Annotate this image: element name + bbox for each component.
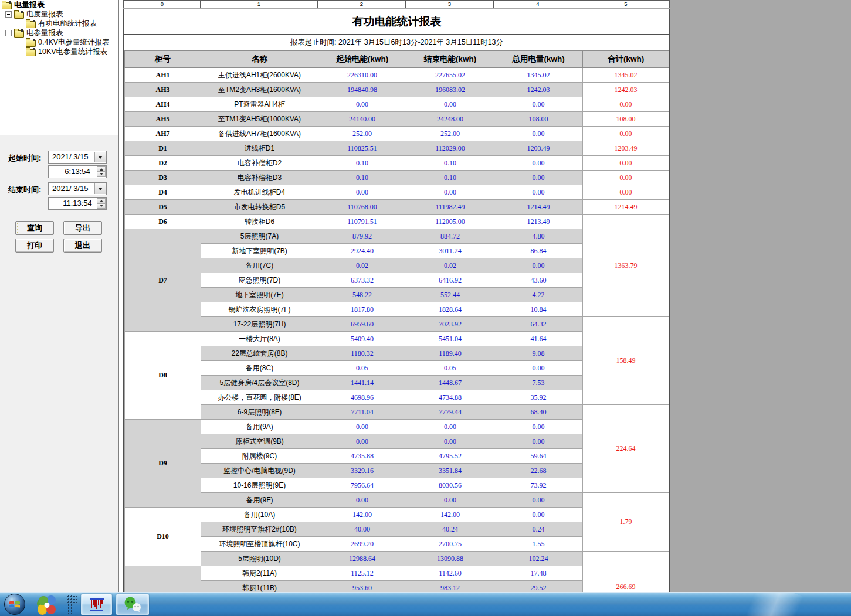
start-date-dropdown-button[interactable] xyxy=(94,152,106,162)
folder-icon xyxy=(26,49,36,56)
tree-item[interactable]: 有功电能统计报表 xyxy=(0,19,118,28)
value-cell: 10.84 xyxy=(494,302,583,317)
value-cell: 35.92 xyxy=(494,390,583,405)
value-cell: 879.92 xyxy=(318,229,406,244)
spin-up-button[interactable] xyxy=(97,198,106,203)
tree-item[interactable]: 电参量报表 xyxy=(0,28,118,38)
table-column-header: 合计(kwh) xyxy=(583,51,669,68)
value-cell: 1125.12 xyxy=(318,566,406,581)
value-cell: 1817.80 xyxy=(318,302,406,317)
tree-item-label: 0.4KV电参量统计报表 xyxy=(38,38,110,47)
total-cell: 0.00 xyxy=(583,156,669,171)
collapse-box-icon[interactable] xyxy=(5,11,12,18)
spin-down-button[interactable] xyxy=(97,172,106,177)
report-table-wrap: 有功电能统计报表 报表起止时间: 2021年 3月15日6时13分-2021年 … xyxy=(123,9,670,592)
start-time-spin-buttons[interactable] xyxy=(97,166,106,177)
value-cell: 0.05 xyxy=(406,361,494,376)
name-cell: 至TM2变AH3柜(1600KVA) xyxy=(201,83,318,97)
end-date-value: 2021/ 3/15 xyxy=(52,184,88,193)
spin-down-button[interactable] xyxy=(97,203,106,209)
value-cell: 3011.24 xyxy=(406,244,494,258)
cabinet-cell: D3 xyxy=(125,171,201,185)
query-button[interactable]: 查询 xyxy=(15,221,54,235)
sheet-column-header[interactable]: 2 xyxy=(318,0,406,8)
report-table-body: AH1主供进线AH1柜(2600KVA)226310.00227655.0213… xyxy=(125,68,669,593)
value-cell: 2924.40 xyxy=(318,244,406,258)
group-cabinet-cell xyxy=(125,566,201,593)
name-cell: 5层健身房/4层会议室(8D) xyxy=(201,376,318,390)
value-cell: 1213.49 xyxy=(494,215,583,229)
table-row: 17-22层照明(7H)6959.607023.9264.32158.49 xyxy=(125,317,669,332)
table-column-header: 起始电能(kwh) xyxy=(318,51,406,68)
folder-icon xyxy=(14,12,24,19)
name-cell: 办公楼，百花园，附楼(8E) xyxy=(201,390,318,405)
value-cell: 6373.32 xyxy=(318,273,406,288)
tree-item-label: 电度量报表 xyxy=(26,9,63,19)
value-cell: 3329.16 xyxy=(318,464,406,478)
spin-up-button[interactable] xyxy=(97,166,106,172)
wechat-taskbar-button[interactable] xyxy=(116,594,149,615)
value-cell: 252.00 xyxy=(318,127,406,141)
name-cell: 应急照明(7D) xyxy=(201,273,318,288)
group-total-cell: 1.79 xyxy=(583,493,669,552)
windows-start-button[interactable] xyxy=(4,594,25,615)
sheet-column-header[interactable]: 4 xyxy=(494,0,582,8)
value-cell: 6416.92 xyxy=(406,273,494,288)
cabinet-cell: D6 xyxy=(125,215,201,229)
report-tree-panel: 电量报表 电度量报表有功电能统计报表电参量报表0.4KV电参量统计报表10KV电… xyxy=(0,0,119,135)
start-time-spinner[interactable]: 6:13:54 xyxy=(48,165,107,178)
value-cell: 110825.51 xyxy=(318,141,406,156)
column-header-row: 012345 xyxy=(123,0,670,8)
collapse-box-icon[interactable] xyxy=(5,30,12,36)
value-cell: 1180.32 xyxy=(318,346,406,361)
value-cell: 5409.40 xyxy=(318,332,406,346)
value-cell: 3351.84 xyxy=(406,464,494,478)
value-cell: 9.08 xyxy=(494,346,583,361)
total-cell: 1203.49 xyxy=(583,141,669,156)
name-cell: 市发电转换柜D5 xyxy=(201,200,318,215)
start-date-combobox[interactable]: 2021/ 3/15 xyxy=(48,151,107,164)
name-cell: 电容补偿柜D3 xyxy=(201,171,318,185)
name-cell: 5层照明(7A) xyxy=(201,229,318,244)
export-button[interactable]: 导出 xyxy=(63,221,102,235)
taskbar xyxy=(0,592,851,616)
tree-item[interactable]: 电度量报表 xyxy=(0,9,118,19)
taskbar-drag-grip[interactable] xyxy=(67,595,77,614)
value-cell: 59.64 xyxy=(494,449,583,464)
value-cell: 0.00 xyxy=(406,493,494,508)
up-arrow-icon xyxy=(100,166,103,171)
tree-item-root[interactable]: 电量报表 xyxy=(0,0,118,9)
exit-button[interactable]: 退出 xyxy=(63,239,102,253)
end-time-spinner[interactable]: 11:13:54 xyxy=(48,197,107,210)
value-cell: 0.10 xyxy=(318,171,406,185)
wechat-icon xyxy=(123,596,143,614)
group-total-cell: 224.64 xyxy=(583,405,669,493)
sheet-column-header[interactable]: 5 xyxy=(582,0,670,8)
tree-item[interactable]: 10KV电参量统计报表 xyxy=(0,47,118,56)
sheet-column-header[interactable]: 1 xyxy=(201,0,318,8)
sheet-column-header[interactable]: 0 xyxy=(123,0,201,8)
value-cell: 1214.49 xyxy=(494,200,583,215)
table-column-header: 结束电能(kwh) xyxy=(406,51,494,68)
value-cell: 7023.92 xyxy=(406,317,494,332)
value-cell: 24248.00 xyxy=(406,112,494,127)
table-row: D5市发电转换柜D5110768.00111982.491214.491214.… xyxy=(125,200,669,215)
name-cell: 环境照明至楼顶旗杆(10C) xyxy=(201,537,318,552)
value-cell: 252.00 xyxy=(406,127,494,141)
end-date-combobox[interactable]: 2021/ 3/15 xyxy=(48,182,107,195)
table-row: AH7备供进线AH7柜(1600KVA)252.00252.000.000.00 xyxy=(125,127,669,141)
cabinet-cell: AH4 xyxy=(125,97,201,112)
value-cell: 22.68 xyxy=(494,464,583,478)
sheet-column-header[interactable]: 3 xyxy=(406,0,494,8)
end-time-spin-buttons[interactable] xyxy=(97,198,106,209)
value-cell: 0.00 xyxy=(494,434,583,449)
report-title: 有功电能统计报表 xyxy=(124,9,669,35)
tree-item[interactable]: 0.4KV电参量统计报表 xyxy=(0,38,118,47)
value-cell: 0.02 xyxy=(406,258,494,273)
print-button[interactable]: 打印 xyxy=(15,239,54,253)
folder-icon xyxy=(2,2,12,9)
colorful-swirl-app-icon[interactable] xyxy=(36,594,57,615)
report-app-taskbar-button[interactable] xyxy=(81,594,112,615)
end-date-dropdown-button[interactable] xyxy=(94,183,106,194)
cabinet-cell: AH3 xyxy=(125,83,201,97)
